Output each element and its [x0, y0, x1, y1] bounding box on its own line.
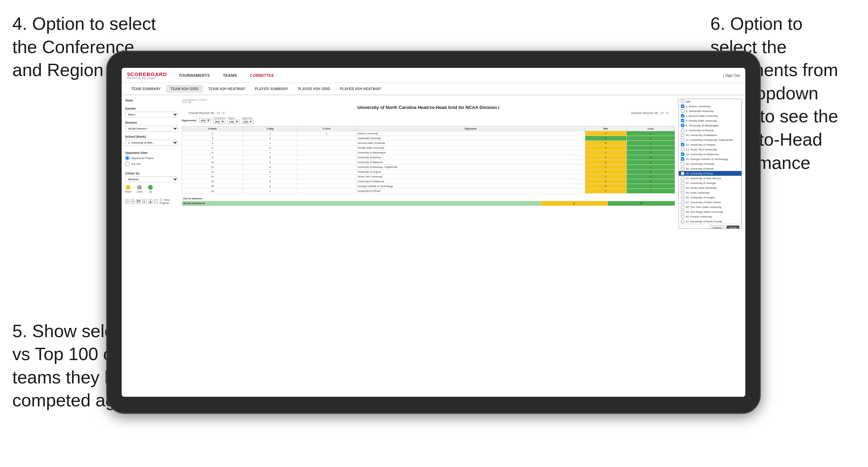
cell-opponent: University of Arizona: [356, 155, 585, 160]
dropdown-item[interactable]: 20. University of Texas: [679, 171, 742, 176]
nav-signout[interactable]: | Sign Out: [723, 73, 740, 77]
dropdown-item[interactable]: 13. Texas Tech University: [679, 147, 742, 152]
cell-win: 1: [585, 150, 626, 155]
cell-loss: 0: [626, 170, 675, 174]
cell-opponent: Arizona State University: [356, 141, 585, 146]
dropdown-item[interactable]: 18. University of Illinois: [679, 166, 742, 171]
toolbar-copy[interactable]: ⎘: [142, 199, 147, 204]
dropdown-item[interactable]: 21. University of New Mexico: [679, 176, 742, 181]
nav-tournaments[interactable]: TOURNAMENTS: [178, 73, 211, 77]
dropdown-item[interactable]: 27. University of Notre Dame: [679, 200, 742, 205]
dropdown-item[interactable]: 16. University of Florida: [679, 161, 742, 166]
grid-header: University of North Carolina Head-to-Hea…: [182, 105, 675, 110]
opponent-select[interactable]: (All): [242, 120, 254, 124]
toolbar-clock[interactable]: 🕐: [154, 199, 158, 204]
dropdown-item[interactable]: 10. University of Alabama: [679, 133, 742, 137]
cell-opponent: Florida State University: [356, 146, 585, 150]
cell-conf: 1: [297, 131, 356, 136]
colour-section: Colour by Win/loss Down Level: [125, 172, 178, 193]
toolbar-redo[interactable]: ↪: [131, 199, 135, 204]
dropdown-item[interactable]: (All): [679, 99, 742, 104]
table-row: 10 5 University of Alabama 3 0: [182, 160, 675, 165]
subnav-team-summary[interactable]: TEAM SUMMARY: [127, 85, 165, 93]
subnav-player-h2h-heatmap[interactable]: PLAYER H2H HEATMAP: [336, 85, 385, 93]
cell-conf: [297, 146, 356, 150]
cell-loss: 1: [626, 184, 675, 189]
apply-button[interactable]: Apply: [726, 225, 739, 229]
region-label: Region: [228, 117, 240, 119]
school-label: School (Rank): [125, 135, 178, 138]
main-content: Team Gender Men's Division NCAA Division…: [122, 95, 745, 397]
dropdown-item[interactable]: 11. University of Arkansas, Fayetteville: [679, 137, 742, 142]
colour-select[interactable]: Win/loss: [125, 176, 178, 182]
cell-loss: 1: [626, 165, 675, 170]
grid-updated: Last Updated: 4/7/2024 16:55:38: [182, 99, 675, 103]
dropdown-item[interactable]: 14. University of Oklahoma: [679, 152, 742, 157]
dropdown-item[interactable]: 9. University of Arizona: [679, 128, 742, 133]
colour-level: Level: [137, 185, 143, 193]
gender-select[interactable]: Men's: [125, 112, 178, 118]
subnav-player-h2h-grid[interactable]: PLAYER H2H GRID: [294, 85, 334, 93]
dropdown-item[interactable]: 28. The Ohio State University: [679, 205, 742, 209]
subnav-team-h2h-grid[interactable]: TEAM H2H GRID: [166, 85, 203, 93]
cell-rank: 16: [182, 189, 243, 194]
cell-conf: [297, 150, 356, 155]
dropdown-item[interactable]: 4. Arizona State University: [679, 113, 742, 118]
dropdown-item[interactable]: 12. University of Virginia: [679, 142, 742, 147]
colour-dot-up: [148, 185, 153, 190]
subnav-player-summary[interactable]: PLAYER SUMMARY: [250, 85, 292, 93]
out-of-division-label: Out of division: [182, 196, 675, 201]
cell-win: 2: [585, 131, 626, 136]
table-row: 6 2 Florida State University 4 2: [182, 146, 675, 150]
dropdown-item[interactable]: 22. University of Georgia: [679, 181, 742, 185]
opponents-select[interactable]: (All): [199, 118, 211, 123]
cell-rank: 10: [182, 160, 243, 165]
colour-legend: Down Level Up: [125, 185, 178, 193]
team-label: Team: [125, 99, 178, 102]
toolbar-print[interactable]: 🖨: [148, 199, 152, 204]
col-loss: Loss: [626, 126, 675, 131]
dropdown-item[interactable]: 25. University of Oregon: [679, 195, 742, 200]
table-row: 12 3 University of Virginia 1 0: [182, 170, 675, 174]
conference-label: Conference: [213, 117, 225, 119]
dropdown-item[interactable]: 31. University of North Florida: [679, 219, 742, 224]
dropdown-item[interactable]: 23. Texas A&M University: [679, 185, 742, 190]
dropdown-item[interactable]: 29. San Diego State University: [679, 209, 742, 214]
cell-rank: 11: [182, 165, 243, 170]
dropdown-item[interactable]: 2. Auburn University: [679, 104, 742, 109]
nav-teams[interactable]: TEAMS: [222, 73, 239, 77]
cell-loss: 0: [626, 155, 675, 160]
cell-win: 5: [585, 141, 626, 146]
cancel-button[interactable]: Cancel: [710, 225, 724, 229]
cell-rank: 4: [182, 141, 243, 146]
app-container: 5COREBOARD Powered by Logic TOURNAMENTS …: [122, 68, 745, 397]
cell-rag: 3: [243, 170, 297, 174]
opponent-filter-group: Opponent (All): [242, 117, 254, 124]
region-select[interactable]: (All): [228, 120, 240, 124]
subnav-team-h2h-heatmap[interactable]: TEAM H2H HEATMAP: [204, 85, 249, 93]
colour-down: Down: [125, 185, 131, 193]
toolbar-save[interactable]: 💾: [136, 199, 141, 204]
cell-conf: [297, 189, 356, 194]
cell-loss: 1: [626, 141, 675, 146]
dropdown-item[interactable]: 8. University of Washington: [679, 123, 742, 128]
nav-committee[interactable]: COMMITTEE: [249, 73, 276, 77]
cell-conf: [297, 141, 356, 146]
dropdown-item[interactable]: 3. Vanderbilt University: [679, 109, 742, 113]
cell-rank: 15: [182, 184, 243, 189]
cell-conf: [297, 179, 356, 184]
division-select[interactable]: NCAA Division I: [125, 126, 178, 132]
dropdown-item[interactable]: 24. Duke University: [679, 190, 742, 195]
dropdown-item[interactable]: 30. Purdue University: [679, 214, 742, 219]
division-section: Division NCAA Division I: [125, 121, 178, 132]
radio-top100[interactable]: Top 100: [125, 162, 178, 166]
school-select[interactable]: 1. University of Nort...: [125, 140, 178, 146]
toolbar-undo[interactable]: ↩: [125, 199, 130, 204]
dropdown-item[interactable]: 6. Florida State University: [679, 118, 742, 123]
conference-select[interactable]: (All): [213, 120, 225, 124]
cell-conf: [297, 136, 356, 141]
radio-opponents-played[interactable]: Opponents Played: [125, 156, 178, 160]
col-rank: # Rank: [182, 126, 243, 131]
dropdown-item[interactable]: 15. Georgia Institute of Technology: [679, 157, 742, 161]
cell-rag: 2: [243, 136, 297, 141]
